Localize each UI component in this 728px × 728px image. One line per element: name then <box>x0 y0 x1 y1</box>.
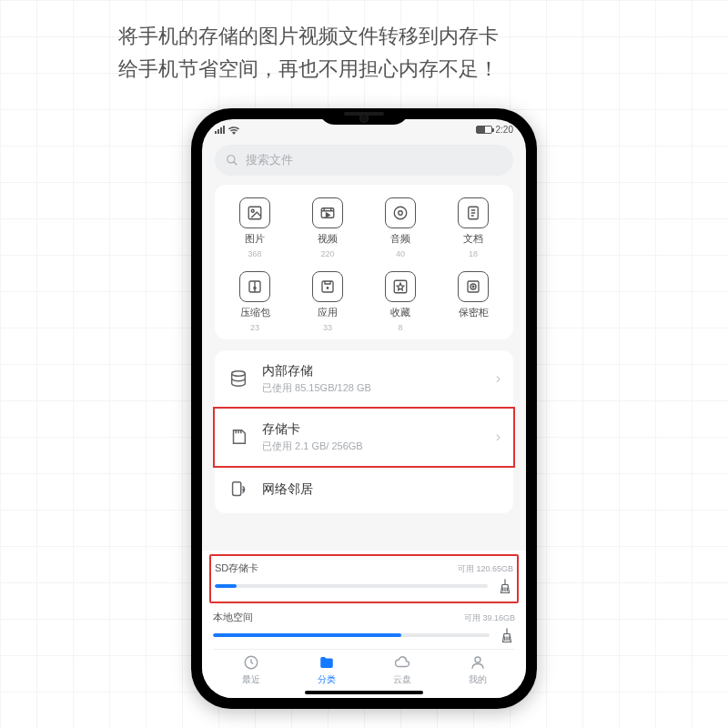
network-icon <box>228 479 249 500</box>
svg-point-21 <box>472 286 474 288</box>
tab-recent[interactable]: 最近 <box>213 653 288 686</box>
svg-point-16 <box>327 287 329 288</box>
headline-line-2: 给手机节省空间，再也不用担心内存不足！ <box>118 53 673 86</box>
category-document[interactable]: 文档 18 <box>437 197 510 258</box>
storage-network[interactable]: 网络邻居 <box>215 466 513 513</box>
archive-icon <box>239 271 270 302</box>
tab-label: 最近 <box>242 673 260 686</box>
storage-list: 内部存储 已使用 85.15GB/128 GB › 存储卡 已使用 2.1 GB… <box>215 350 513 513</box>
storage-sd-card[interactable]: 存储卡 已使用 2.1 GB/ 256GB › <box>213 407 515 468</box>
headline-line-1: 将手机的存储的图片视频文件转移到内存卡 <box>118 20 673 53</box>
headline: 将手机的存储的图片视频文件转移到内存卡 给手机节省空间，再也不用担心内存不足！ <box>0 0 728 86</box>
category-count: 8 <box>398 323 402 332</box>
tab-label: 云盘 <box>393 673 411 686</box>
tab-label: 分类 <box>318 673 336 686</box>
battery-icon <box>476 126 492 134</box>
category-video[interactable]: 视频 220 <box>291 197 364 258</box>
folder-icon <box>318 653 336 672</box>
tab-me[interactable]: 我的 <box>440 653 515 686</box>
clean-icon[interactable] <box>499 627 515 643</box>
tab-bar: 最近 分类 云盘 我的 <box>213 649 515 688</box>
search-icon <box>226 154 238 167</box>
svg-point-22 <box>232 371 246 377</box>
svg-rect-2 <box>248 207 261 219</box>
star-icon <box>385 271 416 302</box>
usage-bar <box>215 584 488 588</box>
wifi-icon <box>228 126 239 135</box>
svg-marker-18 <box>397 283 404 290</box>
tab-category[interactable]: 分类 <box>288 653 364 686</box>
usage-available: 可用 120.65GB <box>458 563 513 575</box>
chevron-right-icon: › <box>496 429 500 445</box>
category-count: 40 <box>396 249 405 258</box>
chevron-right-icon: › <box>496 370 500 387</box>
category-safe[interactable]: 保密柜 <box>437 271 510 332</box>
svg-point-28 <box>475 657 480 662</box>
category-label: 音频 <box>390 232 410 246</box>
svg-rect-19 <box>468 281 479 292</box>
category-audio[interactable]: 音频 40 <box>364 197 437 258</box>
usage-fill-local <box>213 633 401 637</box>
category-count: 33 <box>323 323 332 332</box>
usage-sd[interactable]: SD存储卡 可用 120.65GB <box>215 558 513 600</box>
clock-icon <box>242 653 260 672</box>
category-count: 368 <box>248 249 261 258</box>
category-grid: 图片 368 视频 220 音频 40 文档 <box>218 197 510 332</box>
phone-camera <box>359 114 369 123</box>
category-label: 应用 <box>318 306 338 319</box>
svg-point-3 <box>251 209 254 212</box>
svg-marker-5 <box>327 213 330 217</box>
phone-mockup: 2:20 搜索文件 图片 368 视频 220 <box>191 108 537 709</box>
category-label: 文档 <box>463 232 483 246</box>
category-label: 视频 <box>318 232 338 246</box>
sd-card-icon <box>228 426 249 448</box>
video-icon <box>312 197 343 228</box>
usage-sd-highlight: SD存储卡 可用 120.65GB <box>209 554 519 603</box>
category-favorites[interactable]: 收藏 8 <box>364 271 437 332</box>
usage-local[interactable]: 本地空间 可用 39.16GB <box>213 607 515 649</box>
category-image[interactable]: 图片 368 <box>218 197 291 258</box>
image-icon <box>239 197 270 228</box>
storage-internal[interactable]: 内部存储 已使用 85.15GB/128 GB › <box>215 350 513 409</box>
category-archive[interactable]: 压缩包 23 <box>218 271 291 332</box>
svg-point-0 <box>228 155 235 162</box>
storage-title: 内部存储 <box>262 363 483 379</box>
tab-cloud[interactable]: 云盘 <box>364 653 440 686</box>
storage-sub: 已使用 85.15GB/128 GB <box>262 381 483 395</box>
usage-bar <box>213 633 490 637</box>
signal-icon <box>215 126 225 134</box>
category-label: 压缩包 <box>240 306 270 319</box>
audio-icon <box>385 197 416 228</box>
safe-icon <box>458 271 489 302</box>
svg-rect-15 <box>322 281 333 292</box>
storage-title: 网络邻居 <box>262 481 500 498</box>
search-input[interactable]: 搜索文件 <box>215 145 513 176</box>
svg-point-7 <box>399 210 403 215</box>
document-icon <box>458 197 489 228</box>
category-apps[interactable]: 应用 33 <box>291 271 364 332</box>
category-label: 收藏 <box>390 306 410 319</box>
category-label: 图片 <box>245 232 265 246</box>
svg-point-6 <box>394 207 407 219</box>
svg-rect-26 <box>233 481 241 495</box>
usage-title: SD存储卡 <box>215 561 258 575</box>
storage-sub: 已使用 2.1 GB/ 256GB <box>262 440 483 453</box>
cloud-icon <box>393 653 411 672</box>
search-placeholder: 搜索文件 <box>246 152 293 168</box>
clean-icon[interactable] <box>497 578 513 594</box>
storage-title: 存储卡 <box>262 421 483 438</box>
status-time: 2:20 <box>496 125 513 135</box>
category-count: 23 <box>250 323 259 332</box>
svg-point-20 <box>470 284 476 289</box>
tab-label: 我的 <box>469 673 487 686</box>
category-count: 220 <box>320 249 334 258</box>
person-icon <box>469 653 487 672</box>
home-indicator[interactable] <box>305 691 423 694</box>
internal-storage-icon <box>228 368 249 389</box>
category-card: 图片 368 视频 220 音频 40 文档 <box>215 185 513 339</box>
usage-panel: SD存储卡 可用 120.65GB 本地空间 可用 39.16GB <box>202 551 526 698</box>
usage-fill-sd <box>215 584 237 588</box>
app-icon <box>312 271 343 302</box>
phone-screen: 2:20 搜索文件 图片 368 视频 220 <box>202 119 526 698</box>
svg-line-1 <box>234 161 238 165</box>
